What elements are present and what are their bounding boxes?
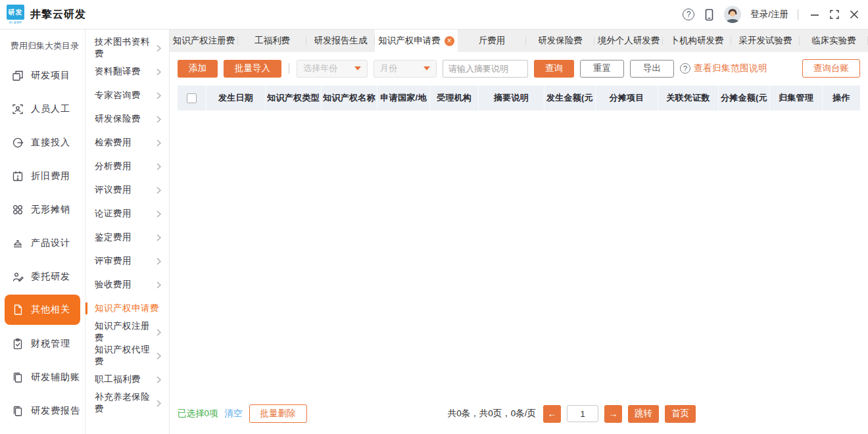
col-voucher-count: 关联凭证数	[658, 85, 719, 110]
query-button[interactable]: 查询	[534, 60, 574, 78]
caret-down-icon	[354, 66, 361, 70]
tab-ip-registration-fee[interactable]: 知识产权注册费	[170, 30, 238, 52]
sidebar-item-depreciation[interactable]: 折旧费用	[0, 159, 85, 193]
chevron-right-icon	[157, 234, 161, 241]
copy-icon	[11, 69, 24, 82]
chevron-right-icon	[157, 68, 161, 76]
prev-page-button[interactable]: ←	[543, 405, 561, 423]
tab-rd-report-generation[interactable]: 研发报告生成	[306, 30, 375, 52]
submenu-item-ip-application-fee[interactable]: 知识产权申请费	[85, 297, 169, 320]
maximize-icon[interactable]	[830, 10, 839, 19]
logo-subtext: AI·ERP	[9, 20, 22, 24]
login-register-link[interactable]: 登录/注册	[750, 9, 788, 20]
tab-welfare-fee[interactable]: 工福利费	[238, 30, 306, 52]
tab-clinical-trial-fee[interactable]: 临床实验费	[800, 30, 868, 52]
tab-overseas-individual-rd-fee[interactable]: 境外个人研发费	[594, 30, 663, 52]
tabbar: 知识产权注册费 工福利费 研发报告生成 知识产权申请费 × 斤费用 研发保险费 …	[170, 30, 868, 52]
submenu-item-expert-consulting[interactable]: 专家咨询费	[85, 84, 169, 107]
page-number-input[interactable]	[567, 405, 598, 422]
submenu-item-analysis[interactable]: 分析费用	[85, 155, 169, 178]
sidebar-item-direct-input[interactable]: 直接投入	[0, 126, 85, 159]
pages-icon	[11, 404, 24, 418]
submenu-item-translation[interactable]: 资料翻译费	[85, 60, 169, 84]
person-scan-icon	[11, 103, 24, 116]
person-edit-icon	[11, 270, 24, 283]
col-ip-type: 知识产权类型	[266, 85, 322, 110]
tab-development-test-fee[interactable]: 采开发试验费	[731, 30, 800, 52]
tab-institution-rd-fee[interactable]: 卜机构研发费	[663, 30, 731, 52]
first-page-button[interactable]: 首页	[665, 405, 696, 423]
submenu-item-rd-insurance[interactable]: 研发保险费	[85, 107, 169, 131]
help-icon[interactable]: ?	[683, 9, 694, 20]
sidebar-item-personnel[interactable]: 人员人工	[0, 92, 85, 126]
avatar[interactable]	[724, 6, 741, 23]
submenu-item-ip-agency-fee[interactable]: 知识产权代理费	[85, 344, 169, 368]
submenu-item-evaluation[interactable]: 评审费用	[85, 249, 169, 273]
submenu-item-staff-welfare[interactable]: 职工福利费	[85, 368, 169, 391]
question-icon: ?	[680, 63, 690, 74]
sidebar-item-rd-auxiliary-ledger[interactable]: 研发辅助账	[0, 360, 85, 394]
four-circles-icon	[11, 203, 24, 216]
month-select[interactable]: 月份	[374, 60, 437, 78]
submenu-item-appraisal[interactable]: 鉴定费用	[85, 226, 169, 249]
titlebar-actions: ? 登录/注册	[683, 6, 859, 23]
collection-scope-help-link[interactable]: ? 查看归集范围说明	[680, 62, 767, 74]
caret-down-icon	[423, 66, 430, 70]
chevron-right-icon	[157, 210, 161, 218]
col-allocation-amount: 分摊金额(元	[719, 85, 770, 110]
chevron-right-icon	[157, 187, 161, 194]
brand: 研发 AI·ERP 井擎云研发	[7, 5, 86, 24]
batch-import-button[interactable]: 批量导入	[224, 60, 281, 78]
pagination-summary: 共0条，共0页，0条/页	[448, 408, 536, 420]
submenu-item-acceptance[interactable]: 验收费用	[85, 273, 169, 297]
sidebar-item-rd-expense-report[interactable]: 研发费报告	[0, 394, 85, 427]
add-button[interactable]: 添加	[178, 60, 218, 78]
reset-button[interactable]: 重置	[580, 60, 624, 78]
chevron-right-icon	[157, 116, 161, 123]
pages-icon	[11, 371, 24, 384]
chevron-right-icon	[157, 163, 161, 170]
minimize-icon[interactable]	[810, 10, 819, 19]
calendar-alert-icon	[11, 170, 24, 183]
submenu-item-retrieval[interactable]: 检索费用	[85, 131, 169, 155]
submenu-item-deliberation[interactable]: 评议费用	[85, 178, 169, 202]
jump-button[interactable]: 跳转	[628, 405, 659, 423]
helmet-brush-icon	[11, 237, 24, 250]
export-button[interactable]: 导出	[630, 60, 674, 78]
sidebar-item-commissioned-rd[interactable]: 委托研发	[0, 260, 85, 293]
chevron-right-icon	[157, 376, 161, 383]
submenu-item-tech-books[interactable]: 技术图书资料费	[85, 36, 169, 60]
selected-count-text: 已选择0项	[178, 408, 218, 420]
next-page-button[interactable]: →	[604, 405, 622, 423]
content-panel: 知识产权注册费 工福利费 研发报告生成 知识产权申请费 × 斤费用 研发保险费 …	[170, 30, 868, 434]
tab-analysis-fee[interactable]: 斤费用	[458, 30, 526, 52]
batch-delete-button[interactable]: 批量删除	[249, 404, 307, 423]
tab-close-icon[interactable]: ×	[445, 36, 454, 46]
app-logo: 研发 AI·ERP	[7, 5, 24, 24]
submenu-item-argumentation[interactable]: 论证费用	[85, 202, 169, 226]
sidebar-item-fiscal-tax[interactable]: 财税管理	[0, 327, 85, 360]
sidebar-item-intangible-amortization[interactable]: 无形摊销	[0, 193, 85, 226]
tab-ip-application-fee[interactable]: 知识产权申请费 ×	[375, 30, 458, 52]
titlebar-divider	[798, 9, 798, 20]
submenu-item-ip-registration-fee[interactable]: 知识产权注册费	[85, 320, 169, 344]
clear-selection-link[interactable]: 清空	[225, 408, 243, 420]
mobile-phone-icon[interactable]	[704, 9, 715, 21]
submenu-item-supplementary-pension[interactable]: 补充养老保险费	[85, 391, 169, 415]
year-select[interactable]: 选择年份	[297, 60, 368, 78]
query-ledger-button[interactable]: 查询台账	[802, 59, 860, 78]
col-allocation-project: 分摊项目	[596, 85, 658, 110]
summary-search-input[interactable]	[443, 60, 528, 78]
window-controls	[810, 10, 859, 19]
sidebar-item-product-design[interactable]: 产品设计	[0, 226, 85, 260]
close-icon[interactable]	[850, 10, 859, 19]
col-country: 申请国家/地	[377, 85, 430, 110]
tab-rd-insurance-fee[interactable]: 研发保险费	[526, 30, 594, 52]
chevron-right-icon	[157, 281, 161, 289]
col-ip-name: 知识产权名称	[322, 85, 377, 110]
sidebar-item-rd-project[interactable]: 研发项目	[0, 59, 85, 92]
app-title: 井擎云研发	[30, 8, 86, 22]
sidebar-item-other-related[interactable]: 其他相关	[5, 295, 80, 325]
arrow-out-circle-icon	[11, 136, 24, 149]
select-all-checkbox[interactable]	[187, 93, 197, 103]
